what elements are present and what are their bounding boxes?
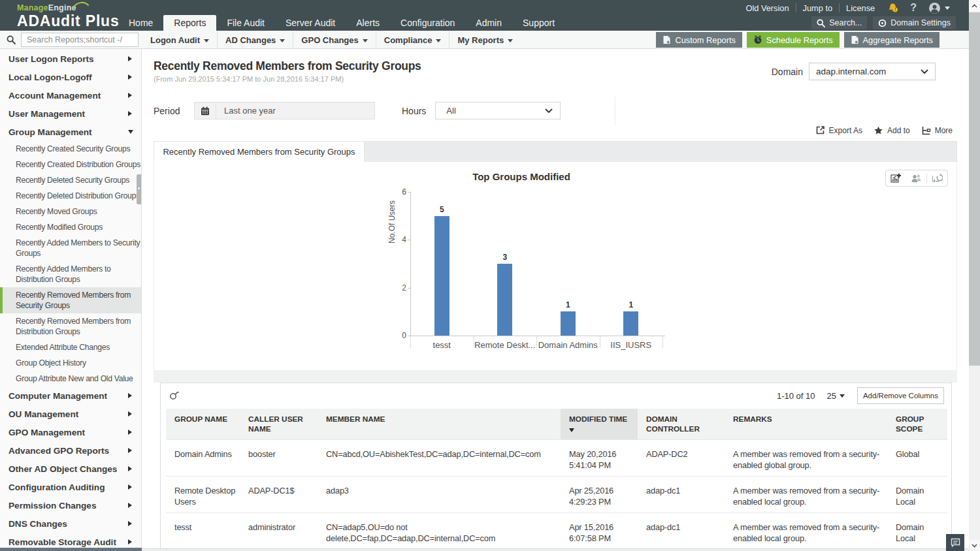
sidebar-item-group-attribute-new-and-old-value[interactable]: Group Attribute New and Old Value [0, 371, 141, 386]
quick-link-jump-to[interactable]: Jump to [796, 3, 840, 13]
schedule-reports-button[interactable]: Schedule Reports [747, 32, 840, 48]
nav-item-file-audit[interactable]: File Audit [216, 15, 275, 31]
sidebar-item-recently-deleted-distribution-groups[interactable]: Recently Deleted Distribution Groups [0, 188, 141, 204]
add-to-link[interactable]: Add to [874, 125, 910, 135]
nav-item-configuration[interactable]: Configuration [390, 15, 465, 31]
report-tabbar: Recently Removed Members from Security G… [154, 141, 957, 162]
sidebar-item-recently-created-security-groups[interactable]: Recently Created Security Groups [0, 141, 141, 157]
sidebar-item-extended-attribute-changes[interactable]: Extended Attribute Changes [0, 339, 141, 355]
hours-select[interactable]: All [435, 102, 561, 119]
page-scrollbar[interactable] [969, 0, 980, 551]
add-chart-icon[interactable] [886, 170, 906, 186]
sidebar-collapse-handle[interactable] [137, 174, 141, 204]
notification-bell-icon[interactable]: ! [881, 3, 904, 14]
page-size-dropdown[interactable]: 25 [826, 391, 844, 401]
sidebar-item-user-logon-reports[interactable]: User Logon Reports [0, 50, 141, 68]
tab-recently-removed-members[interactable]: Recently Removed Members from Security G… [154, 142, 365, 162]
sidebar-item-local-logon-logoff[interactable]: Local Logon-Logoff [0, 68, 141, 86]
domain-select[interactable]: adap.internal.com [809, 63, 936, 80]
column-header-domain-controller[interactable]: DOMAIN CONTROLLER [638, 409, 725, 440]
sidebar-item-advanced-gpo-reports[interactable]: Advanced GPO Reports [0, 441, 141, 460]
export-as-link[interactable]: Export As [815, 125, 862, 135]
bar-iis-iusrs[interactable] [623, 311, 638, 336]
sidebar-item-dns-changes[interactable]: DNS Changes [0, 514, 141, 533]
sidebar-item-computer-management[interactable]: Computer Management [0, 386, 141, 405]
table-cell: adap-dc1 [638, 513, 725, 550]
column-header-remarks[interactable]: REMARKS [725, 409, 887, 440]
manageengine-wordmark: ManageEngine [17, 3, 120, 12]
report-search-input[interactable] [21, 33, 139, 47]
help-icon[interactable]: ? [904, 2, 923, 14]
table-row[interactable]: Remote Desktop UsersADAP-DC1$adap3Apr 25… [166, 477, 947, 513]
global-search-button[interactable]: Search... [811, 16, 867, 29]
menu-gpo-changes[interactable]: GPO Changes [293, 31, 375, 49]
more-link[interactable]: More [921, 125, 953, 135]
sidebar-item-recently-created-distribution-groups[interactable]: Recently Created Distribution Groups [0, 157, 141, 172]
group-by-users-icon[interactable] [906, 170, 926, 186]
y-tick-mark [408, 192, 410, 193]
user-menu[interactable] [923, 2, 956, 14]
aggregate-reports-button[interactable]: Aggregate Reports [844, 32, 939, 48]
column-header-member-name[interactable]: MEMBER NAME [318, 409, 561, 440]
y-tick-mark [408, 240, 410, 240]
period-field[interactable]: Last one year [194, 102, 375, 119]
nav-item-support[interactable]: Support [512, 15, 565, 31]
nav-item-admin[interactable]: Admin [465, 15, 512, 31]
sidebar-item-recently-added-members-to-security-groups[interactable]: Recently Added Members to Security Group… [0, 235, 141, 261]
sidebar-item-ou-management[interactable]: OU Management [0, 405, 141, 423]
add-remove-columns-button[interactable]: Add/Remove Columns [857, 387, 944, 404]
sidebar-item-recently-added-members-to-distribution-groups[interactable]: Recently Added Members to Distribution G… [0, 261, 141, 287]
sidebar-item-gpo-management[interactable]: GPO Management [0, 423, 141, 441]
sidebar-item-recently-moved-groups[interactable]: Recently Moved Groups [0, 204, 141, 219]
chat-button[interactable] [946, 534, 964, 551]
bar-remote-deskt-[interactable] [497, 264, 512, 336]
column-header-group-scope[interactable]: GROUP SCOPE [887, 409, 947, 440]
report-date-range: (From Jun 29,2015 5:34:17 PM to Jun 28,2… [154, 75, 344, 83]
sidebar-item-user-management[interactable]: User Management [0, 104, 141, 123]
sidebar-item-recently-modified-groups[interactable]: Recently Modified Groups [0, 219, 141, 235]
sidebar-hscrollbar-thumb[interactable] [0, 548, 142, 551]
sidebar-item-group-management[interactable]: Group Management [0, 123, 141, 141]
table-search-icon[interactable] [169, 391, 179, 401]
sidebar-item-removable-storage-audit[interactable]: Removable Storage Audit [0, 533, 141, 548]
table-row[interactable]: tesstadministratorCN=adap5,OU=do not del… [166, 513, 947, 550]
sidebar-item-configuration-auditing[interactable]: Configuration Auditing [0, 478, 141, 496]
scrollbar-thumb[interactable] [969, 12, 980, 366]
column-header-modified-time[interactable]: MODIFIED TIME [561, 409, 638, 440]
main-nav: HomeReportsFile AuditServer AuditAlertsC… [118, 15, 565, 31]
nav-item-home[interactable]: Home [118, 15, 163, 31]
hscrollbar-track[interactable] [142, 548, 969, 551]
calendar-cell[interactable] [195, 102, 216, 119]
bar-domain-admins[interactable] [561, 311, 576, 336]
manageengine-logo[interactable]: ManageEngine ADAudit Plus [17, 3, 120, 30]
sidebar-item-permission-changes[interactable]: Permission Changes [0, 496, 141, 514]
refresh-chart-icon[interactable] [927, 170, 947, 186]
column-header-caller-user-name[interactable]: CALLER USER NAME [240, 409, 318, 440]
sidebar-item-other-ad-object-changes[interactable]: Other AD Object Changes [0, 460, 141, 478]
custom-reports-button[interactable]: Custom Reports [656, 32, 742, 48]
menu-compliance[interactable]: Compliance [376, 31, 449, 49]
calendar-icon [201, 106, 210, 116]
sidebar-item-recently-removed-members-from-distribution-groups[interactable]: Recently Removed Members from Distributi… [0, 313, 141, 339]
page-size-value: 25 [826, 391, 836, 401]
menu-logon-audit[interactable]: Logon Audit [142, 31, 217, 49]
menu-my-reports[interactable]: My Reports [449, 31, 521, 49]
quick-link-license[interactable]: License [840, 3, 881, 13]
quick-link-old-version[interactable]: Old Version [739, 3, 795, 13]
sidebar-item-group-object-history[interactable]: Group Object History [0, 355, 141, 371]
menu-ad-changes[interactable]: AD Changes [218, 31, 293, 49]
chevron-right-icon [128, 539, 132, 544]
sidebar-item-recently-removed-members-from-security-groups[interactable]: Recently Removed Members from Security G… [0, 287, 141, 313]
table-row[interactable]: Domain AdminsboosterCN=abcd,OU=AbishekTe… [166, 440, 947, 477]
nav-item-server-audit[interactable]: Server Audit [275, 15, 346, 31]
nav-item-alerts[interactable]: Alerts [346, 15, 390, 31]
scroll-down-arrow[interactable] [969, 540, 980, 551]
bar-tesst[interactable] [434, 216, 449, 336]
nav-item-reports[interactable]: Reports [163, 15, 216, 31]
domain-settings-button[interactable]: Domain Settings [873, 16, 956, 29]
sidebar-item-account-management[interactable]: Account Management [0, 86, 141, 104]
column-header-group-name[interactable]: GROUP NAME [166, 409, 240, 440]
sidebar-item-recently-deleted-security-groups[interactable]: Recently Deleted Security Groups [0, 172, 141, 188]
scroll-up-arrow[interactable] [969, 0, 980, 11]
domain-row: Domain adap.internal.com [772, 63, 936, 80]
